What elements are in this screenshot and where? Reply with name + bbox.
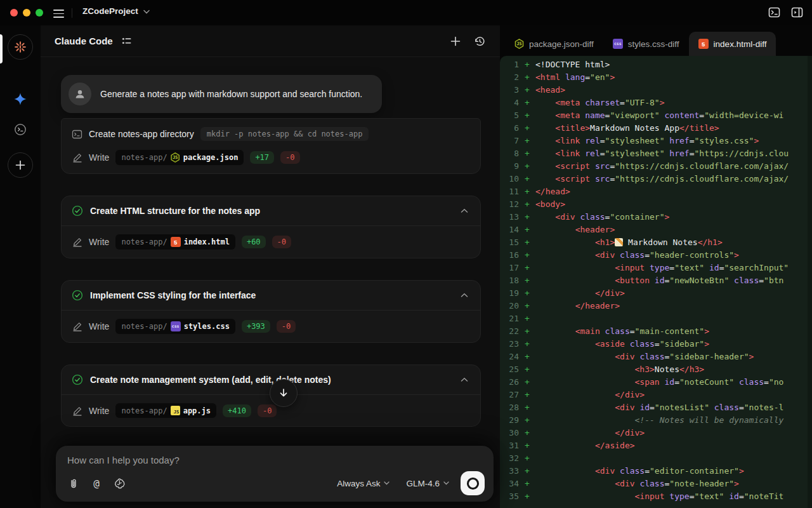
permission-mode-dropdown[interactable]: Always Ask [337,479,390,488]
toggle-sidebar-icon[interactable] [791,6,803,18]
conversation-scroll-area[interactable]: Generate a notes app with markdown suppo… [41,57,500,508]
line-number: 33 [500,465,519,478]
css-file-icon: css [171,321,181,331]
file-path: notes-app/ [121,237,167,246]
task-complete-icon [72,290,83,301]
lines-added-badge: +60 [242,236,266,248]
code-text: <header> [535,224,812,236]
brain-icon[interactable] [113,477,126,490]
diff-added-marker: + [519,414,535,427]
new-session-button[interactable] [8,152,33,178]
mention-icon[interactable]: @ [90,477,103,490]
gemini-agent-button[interactable] [8,86,33,112]
diff-added-marker: + [519,224,535,236]
code-text: <html lang="en"> [535,71,812,84]
editor-tab[interactable]: JSpackage.json-diff [505,32,603,56]
diff-line: 15+ <h1> Markdown Notes</h1> [500,236,812,249]
project-selector[interactable]: ZCodeProject [82,6,150,16]
line-number: 17 [500,262,519,274]
line-number: 21 [500,312,519,325]
chevron-down-icon [143,10,150,14]
code-text: <div class="note-header"> [535,478,812,490]
line-number: 35 [500,490,519,503]
collapse-button[interactable] [459,290,470,301]
line-number: 4 [500,97,519,109]
code-text: <script src="https://cdnjs.cloudflare.co… [535,173,812,185]
task-card: Create notes-app directorymkdir -p notes… [61,118,481,174]
html-file-icon: 5 [698,39,709,49]
diff-line: 19+ </div> [500,287,812,300]
terminal-icon [72,129,82,140]
editor-tab[interactable]: 5index.html-diff [689,32,776,56]
diff-added-marker: + [519,351,535,363]
file-chip[interactable]: notes-app/5index.html [115,234,235,250]
file-path: notes-app/ [121,406,167,415]
line-number: 11 [500,185,519,198]
terminal-circle-icon [13,123,27,137]
diff-added-marker: + [519,135,535,147]
claude-agent-button[interactable] [8,34,33,60]
write-row: Writenotes-app/JSpackage.json+17-0 [62,145,480,170]
gemini-sparkle-icon [13,91,28,107]
pencil-icon [72,321,82,331]
composer-input[interactable] [67,455,483,470]
diff-added-marker: + [519,97,535,109]
diff-line: 4+ <meta charset="UTF-8"> [500,97,812,109]
new-chat-icon[interactable] [449,35,462,48]
model-dropdown[interactable]: GLM-4.6 [406,479,449,488]
voice-record-button[interactable] [461,471,485,495]
line-number: 1 [500,58,519,71]
task-card-header[interactable]: Implement CSS styling for the interface [62,281,480,310]
file-chip[interactable]: notes-app/JSapp.js [115,403,216,418]
diff-line: 30+ </div> [500,427,812,439]
line-number: 34 [500,478,519,490]
diff-added-marker: + [519,439,535,452]
write-row: Writenotes-app/5index.html+60-0 [62,230,480,254]
session-history-button[interactable] [8,117,33,142]
file-chip[interactable]: notes-app/cssstyles.css [115,319,235,334]
diff-line: 3+<head> [500,84,812,97]
code-text: <body> [535,198,812,211]
menu-icon[interactable] [53,8,64,18]
history-icon[interactable] [473,35,486,48]
code-text: <aside class="sidebar"> [535,338,812,351]
zoom-window-button[interactable] [36,9,43,17]
project-name: ZCodeProject [82,6,138,16]
task-card-header[interactable]: Create HTML structure for the notes app [62,196,480,225]
scroll-to-bottom-button[interactable] [270,379,298,407]
write-row: Writenotes-app/JSapp.js+410-0 [62,399,480,422]
command-chip[interactable]: mkdir -p notes-app && cd notes-app [200,127,369,141]
collapse-button[interactable] [459,374,470,385]
task-title: Implement CSS styling for the interface [90,290,452,300]
file-name: index.html [184,237,230,246]
code-text: <!-- Notes will be dynamically [535,414,812,427]
code-text: <div class="editor-container"> [535,465,812,478]
active-agent-indicator [0,34,3,64]
arrow-down-icon [278,387,289,399]
chevron-down-icon [443,481,449,485]
tab-label: index.html-diff [714,39,767,49]
code-text: <span id="noteCount" class="no [535,376,812,389]
diff-view[interactable]: 1+<!DOCTYPE html>2+<html lang="en">3+<he… [500,56,812,508]
code-text: <h3>Notes</h3> [535,363,812,376]
minimize-window-button[interactable] [23,9,30,17]
line-number: 2 [500,71,519,84]
collapse-button[interactable] [459,205,470,217]
diff-line: 10+ <script src="https://cdnjs.cloudflar… [500,173,812,185]
diff-added-marker: + [519,389,535,401]
file-chip[interactable]: notes-app/JSpackage.json [115,150,244,165]
code-text: <div class="header-controls"> [535,249,812,262]
close-window-button[interactable] [10,9,18,17]
diff-line: 11+</head> [500,185,812,198]
tab-label: package.json-diff [529,39,594,49]
task-list-icon[interactable] [121,35,133,48]
diff-line: 20+ </header> [500,300,812,312]
diff-added-marker: + [519,465,535,478]
diff-added-marker: + [519,211,535,224]
line-number: 26 [500,376,519,389]
diff-added-marker: + [519,478,535,490]
editor-tab[interactable]: cssstyles.css-diff [603,32,689,56]
terminal-panel-icon[interactable] [768,6,780,18]
attach-icon[interactable] [67,477,80,490]
code-text: <div id="notesList" class="notes-l [535,401,812,414]
